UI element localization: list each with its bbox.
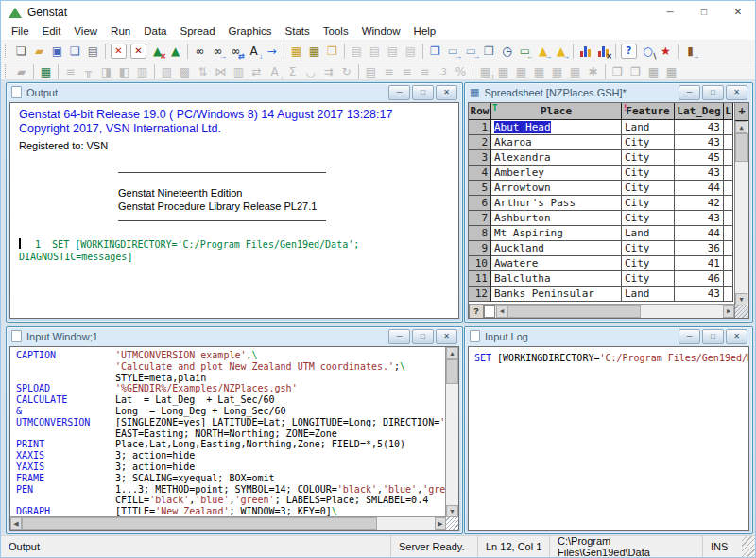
add-column-button[interactable]: + xyxy=(735,103,748,121)
sheet-cols-button[interactable]: ▦ xyxy=(530,63,548,80)
clear-all-windows-button[interactable]: ✕ xyxy=(130,44,146,59)
exit-button[interactable]: ▮→ xyxy=(681,43,699,60)
resize-grip[interactable] xyxy=(446,517,458,530)
previous-fault-button[interactable]: ▲→ xyxy=(534,43,552,60)
lat-deg-cell[interactable]: 41 xyxy=(675,256,724,271)
spreadsheet-restore-button[interactable]: □ xyxy=(702,85,724,100)
lat-deg-cell[interactable]: 44 xyxy=(675,181,724,196)
input-window-titlebar[interactable]: Input Window;1 ─ □ ✕ xyxy=(7,327,462,345)
input-window-restore-button[interactable]: □ xyxy=(412,329,434,344)
clipped-cell[interactable] xyxy=(724,211,733,226)
input-log-minimize-button[interactable]: ─ xyxy=(679,329,700,344)
clipped-cell[interactable] xyxy=(724,181,733,196)
lat-deg-cell[interactable]: 43 xyxy=(675,287,724,302)
place-cell[interactable]: Awatere xyxy=(491,256,622,271)
place-cell[interactable]: Ashburton xyxy=(491,211,622,226)
update-data-button[interactable]: ↻ xyxy=(337,63,355,80)
resubmit-all-button[interactable]: ▭→ xyxy=(462,43,480,60)
lat-deg-cell[interactable]: 42 xyxy=(675,196,724,211)
output-text-area[interactable]: Genstat 64-bit Release 19.0 ( PC/Windows… xyxy=(9,102,459,319)
graphics-viewer-button[interactable]: ▲ xyxy=(166,43,184,60)
column-width-button[interactable]: ▥ xyxy=(133,63,151,80)
column-copy-button[interactable]: ◧ xyxy=(115,63,133,80)
title-bar[interactable]: Genstat ─ □ ✕ xyxy=(1,1,755,23)
insert-cells-button[interactable]: ≡ xyxy=(61,63,79,80)
find-next-button[interactable]: ∞→ xyxy=(209,43,227,60)
change-case-button[interactable]: A↓ xyxy=(245,43,263,60)
row-number-cell[interactable]: 5 xyxy=(469,181,491,196)
output-restore-button[interactable]: □ xyxy=(412,85,434,100)
clipped-cell[interactable] xyxy=(724,226,733,241)
restore-session-button[interactable]: ▭← xyxy=(516,43,534,60)
input-log-text-area[interactable]: SET [WORKINGDIRECTORY='C:/Program Files/… xyxy=(469,347,748,530)
row-number-cell[interactable]: 7 xyxy=(469,211,491,226)
vertical-scrollbar[interactable]: ▲ ▼ xyxy=(445,347,458,517)
clipped-cell[interactable] xyxy=(724,241,733,256)
clear-graphics-button[interactable]: ▲✕ xyxy=(148,43,166,60)
next-fault-button[interactable]: ▲→ xyxy=(552,43,570,60)
place-cell[interactable]: Arrowtown xyxy=(491,181,622,196)
scrollbar-thumb[interactable] xyxy=(507,305,641,318)
sheet-help-button[interactable]: ? xyxy=(469,305,484,319)
place-cell[interactable]: Abut Head xyxy=(491,120,622,135)
lat-deg-cell[interactable]: 43 xyxy=(675,120,724,135)
feature-cell[interactable]: City xyxy=(622,196,675,211)
column-header-feature[interactable]: !Feature xyxy=(622,103,675,120)
scroll-right-icon[interactable]: ▶ xyxy=(435,517,446,530)
window-cascade-button[interactable]: ❐ xyxy=(480,43,498,60)
data-view-button[interactable]: ▦ xyxy=(287,43,305,60)
place-cell[interactable]: Arthur's Pass xyxy=(491,196,622,211)
clipped-cell[interactable] xyxy=(724,271,733,287)
vertical-scrollbar[interactable]: + ▲ ▼ xyxy=(734,103,748,318)
sum-column-button[interactable]: Σ xyxy=(284,63,301,80)
clipped-cell[interactable] xyxy=(724,166,733,181)
cell-edit-button[interactable]: ▨ xyxy=(158,63,176,80)
open-file-button[interactable]: ▰ xyxy=(30,43,48,60)
sheet-freeze-button[interactable]: ▦ xyxy=(548,63,566,80)
scroll-left-icon[interactable]: ◀ xyxy=(10,517,22,530)
place-cell[interactable]: Alexandra xyxy=(491,150,622,166)
column-header-l[interactable]: L xyxy=(724,103,733,120)
input-window-minimize-button[interactable]: ─ xyxy=(388,329,410,344)
place-cell[interactable]: Mt Aspiring xyxy=(491,226,622,241)
close-button[interactable]: ✕ xyxy=(721,1,755,23)
menu-window[interactable]: Window xyxy=(355,26,407,37)
spreadsheet-window-titlebar[interactable]: ▦ Spreadsheet [NZPlaces.GSH]* ─ □ ✕ xyxy=(465,83,752,101)
clipped-cell[interactable] xyxy=(724,256,733,271)
clipped-cell[interactable] xyxy=(724,150,733,166)
favorites-button[interactable]: ★ xyxy=(657,43,675,60)
scrollbar-thumb[interactable] xyxy=(22,517,377,530)
row-number-cell[interactable]: 8 xyxy=(469,226,491,241)
scroll-down-icon[interactable]: ▼ xyxy=(446,505,458,517)
clipped-cell[interactable] xyxy=(724,287,733,302)
submit-selection-button[interactable]: ▤ xyxy=(366,43,384,60)
sheet-filter-box[interactable] xyxy=(484,305,495,318)
sheet-links-button[interactable]: ▦ xyxy=(662,63,680,80)
submit-line-button[interactable]: ▤ xyxy=(348,43,366,60)
place-cell[interactable]: Banks Peninsular xyxy=(491,287,622,302)
lat-deg-cell[interactable]: 46 xyxy=(675,271,724,287)
row-number-cell[interactable]: 1 xyxy=(469,120,491,135)
scrollbar-thumb[interactable] xyxy=(446,359,458,384)
percent-button[interactable]: % xyxy=(452,63,470,80)
feature-cell[interactable]: City xyxy=(622,135,675,150)
menu-spread[interactable]: Spread xyxy=(173,26,221,37)
save-button[interactable]: ▣ xyxy=(48,43,66,60)
place-cell[interactable]: Amberley xyxy=(491,166,622,181)
lat-deg-cell[interactable]: 36 xyxy=(675,241,724,256)
clear-output-button[interactable]: ✕ xyxy=(111,44,127,59)
feature-cell[interactable]: Land xyxy=(622,287,675,302)
copy-sheet-data-button[interactable]: ❐ xyxy=(627,63,644,80)
lat-deg-cell[interactable]: 45 xyxy=(675,150,724,166)
restrict-rows-button[interactable]: ◡ xyxy=(301,63,319,80)
clipped-cell[interactable] xyxy=(724,196,733,211)
submit-file-button[interactable]: ▤ xyxy=(384,43,402,60)
scroll-down-icon[interactable]: ▼ xyxy=(735,293,747,305)
scroll-up-icon[interactable]: ▲ xyxy=(735,121,747,133)
align-left-button[interactable]: ≡ xyxy=(380,63,398,80)
transpose-button[interactable]: ▥ xyxy=(230,63,248,80)
row-number-cell[interactable]: 6 xyxy=(469,196,491,211)
spread-view-button[interactable]: ▰ xyxy=(12,63,30,80)
sheet-star-button[interactable]: ✱ xyxy=(584,63,602,80)
feature-cell[interactable]: Land xyxy=(622,120,675,135)
